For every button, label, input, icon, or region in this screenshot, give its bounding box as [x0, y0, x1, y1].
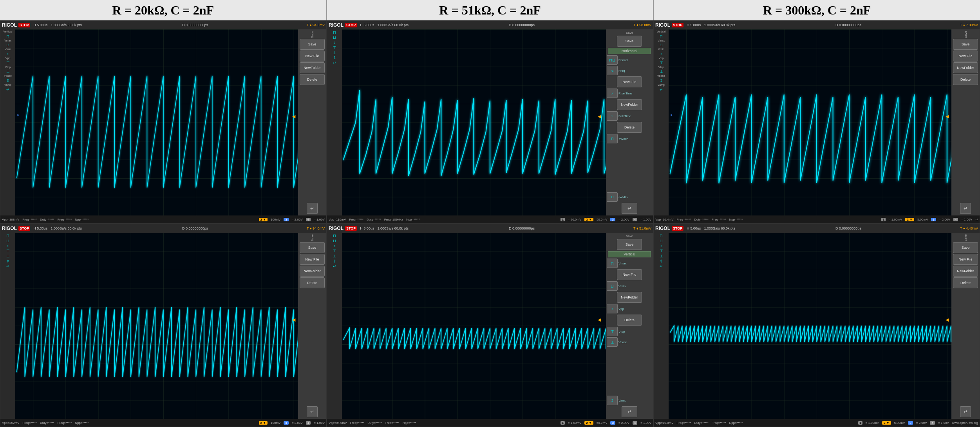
meas-enter-2[interactable]: ↵ [328, 61, 341, 65]
vbase-icon-5[interactable]: ⊥ [607, 337, 618, 347]
new-file-btn-1[interactable]: New File [300, 51, 325, 62]
delete-btn-4[interactable]: Delete [300, 277, 325, 288]
ch2-badge-4[interactable]: 2 ▼ [259, 421, 268, 425]
ch2-badge-6[interactable]: 2 ▼ [882, 421, 891, 425]
ch3-badge-2[interactable]: 3 [610, 218, 615, 221]
delete-btn-1[interactable]: Delete [300, 74, 325, 85]
save-btn-5[interactable]: Save [617, 239, 642, 250]
meas-icon1-2[interactable]: ⊓ [328, 30, 341, 34]
meas-icon4-5[interactable]: ⊤ [328, 249, 341, 253]
meas-enter-5[interactable]: ↵ [328, 264, 341, 268]
meas-icon1-4[interactable]: ⊓ [1, 233, 14, 238]
new-folder-btn-6[interactable]: NewFolder [953, 266, 978, 277]
io-icon-3[interactable]: ⇄ [975, 218, 978, 221]
meas-vbase-3[interactable]: ⊥ [655, 69, 668, 74]
ch2-badge-3[interactable]: 2 ▼ [905, 218, 914, 221]
meas-icon2-6[interactable]: ⊔ [655, 239, 668, 243]
meas-enter-6[interactable]: ↵ [655, 264, 668, 268]
freq-icon-2[interactable]: ∿ [607, 66, 618, 75]
save-btn-6[interactable]: Save [953, 242, 978, 253]
ch3-badge-4[interactable]: 3 [284, 421, 288, 425]
save-btn-4[interactable]: Save [300, 242, 325, 253]
save-btn-3[interactable]: Save [953, 39, 978, 50]
ch3-status-1[interactable]: 3 [284, 218, 288, 221]
meas-icon3-6[interactable]: ↕ [655, 244, 668, 248]
meas-icon6-6[interactable]: ⇕ [655, 259, 668, 263]
meas-vtop-icon-1[interactable]: ⊤ [1, 61, 14, 65]
meas-vmax-icon-1[interactable]: ⊓ [1, 34, 14, 38]
new-folder-btn-4[interactable]: NewFolder [300, 266, 325, 277]
new-folder-btn-3[interactable]: NewFolder [953, 62, 978, 73]
new-file-btn-6[interactable]: New File [953, 254, 978, 265]
delete-btn-5[interactable]: Delete [617, 315, 642, 326]
meas-enter-4[interactable]: ↵ [1, 264, 14, 268]
meas-icon4-2[interactable]: ⊤ [328, 45, 341, 50]
meas-icon3-4[interactable]: ↕ [1, 244, 14, 248]
enter-icon-1[interactable]: ↵ [307, 203, 318, 214]
ch4-badge-2[interactable]: 4 [633, 218, 637, 221]
ch1-badge-6[interactable]: 1 [858, 421, 862, 425]
ch4-badge-4[interactable]: 4 [306, 421, 311, 425]
meas-icon5-6[interactable]: ⊥ [655, 254, 668, 258]
new-folder-btn-5[interactable]: NewFolder [617, 292, 642, 303]
meas-vmin-icon-1[interactable]: ⊔ [1, 43, 14, 47]
save-btn-2[interactable]: Save [617, 36, 642, 47]
meas-vtop-3[interactable]: ⊤ [655, 61, 668, 65]
meas-icon1-5[interactable]: ⊓ [328, 233, 341, 238]
rise-icon-2[interactable]: ⟋ [607, 89, 618, 98]
delete-btn-2[interactable]: Delete [617, 122, 642, 133]
ch4-badge-5[interactable]: 4 [633, 421, 637, 425]
new-folder-btn-1[interactable]: NewFolder [300, 62, 325, 73]
meas-vmax-3[interactable]: ⊓ [655, 34, 668, 38]
ch2-badge-2[interactable]: 2 ▼ [584, 218, 593, 221]
ch2-badge-5[interactable]: 2 ▼ [584, 421, 593, 425]
delete-btn-6[interactable]: Delete [953, 277, 978, 288]
meas-icon5-2[interactable]: ⊥ [328, 51, 341, 55]
fall-icon-2[interactable]: ⟍ [607, 111, 618, 121]
ch3-badge-5[interactable]: 3 [610, 421, 615, 425]
new-file-btn-4[interactable]: New File [300, 254, 325, 265]
meas-vbase-icon-1[interactable]: ⊥ [1, 69, 14, 74]
ch3-badge-3[interactable]: 3 [931, 218, 936, 221]
ch1-badge-2[interactable]: 1 [561, 218, 564, 221]
meas-icon2-5[interactable]: ⊔ [328, 239, 341, 243]
meas-enter-3[interactable]: ↵ [655, 87, 668, 92]
width-icon-2[interactable]: ⊓ [607, 134, 618, 143]
ch1-status-1[interactable]: 2 ▼ [259, 218, 268, 221]
enter-icon-5[interactable]: ↵ [622, 406, 637, 417]
vpp-icon-5[interactable]: ↕ [607, 304, 618, 313]
ch4-badge-6[interactable]: 4 [930, 421, 935, 425]
new-file-btn-3[interactable]: New File [953, 51, 978, 62]
ch3-badge-6[interactable]: 3 [908, 421, 913, 425]
enter-icon-3[interactable]: ↵ [960, 203, 971, 214]
new-file-btn-5[interactable]: New File [617, 269, 642, 280]
meas-icon3-5[interactable]: ↕ [328, 244, 341, 248]
meas-icon5-5[interactable]: ⊥ [328, 254, 341, 258]
ch4-badge-3[interactable]: 4 [953, 218, 958, 221]
meas-icon5-4[interactable]: ⊥ [1, 254, 14, 258]
enter-icon-2[interactable]: ↵ [622, 203, 637, 214]
meas-vamp-icon-1[interactable]: ⇕ [1, 78, 14, 83]
meas-icon1-6[interactable]: ⊓ [655, 233, 668, 238]
meas-icon2-4[interactable]: ⊔ [1, 239, 14, 243]
meas-vamp-3[interactable]: ⇕ [655, 78, 668, 83]
vamp-icon-5[interactable]: ⇕ [607, 396, 618, 405]
meas-vpp-3[interactable]: ↕ [655, 52, 668, 56]
new-folder-btn-2[interactable]: NewFolder [617, 99, 642, 110]
meas-vmin-3[interactable]: ⊔ [655, 43, 668, 47]
ch4-status-1[interactable]: 4 [306, 218, 311, 221]
meas-icon6-2[interactable]: ⇕ [328, 56, 341, 60]
vmax-icon-5[interactable]: ⊓ [607, 259, 618, 268]
meas-icon6-5[interactable]: ⇕ [328, 259, 341, 263]
enter-icon-6[interactable]: ↵ [960, 406, 971, 417]
new-file-btn-2[interactable]: New File [617, 76, 642, 87]
meas-icon3-2[interactable]: ↕ [328, 40, 341, 45]
meas-enter-icon-1[interactable]: ↵ [1, 87, 14, 92]
ch1-badge-5[interactable]: 1 [561, 421, 564, 425]
vtop-icon-5[interactable]: ⊤ [607, 327, 618, 336]
meas-icon4-6[interactable]: ⊤ [655, 249, 668, 253]
delete-btn-3[interactable]: Delete [953, 74, 978, 85]
save-btn-1[interactable]: Save [300, 39, 325, 50]
meas-icon6-4[interactable]: ⇕ [1, 259, 14, 263]
meas-vpp-icon-1[interactable]: ↕ [1, 52, 14, 56]
